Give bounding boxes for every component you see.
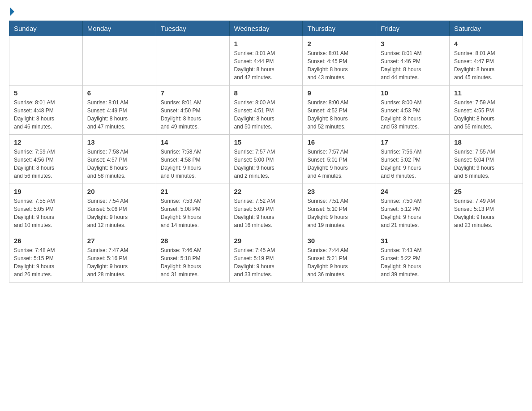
day-info: Sunrise: 7:45 AM Sunset: 5:19 PM Dayligh… [234,246,298,278]
calendar-cell [156,36,229,86]
day-number: 15 [234,138,298,146]
page-header [9,9,523,16]
day-number: 17 [381,138,445,146]
calendar-cell: 2Sunrise: 8:01 AM Sunset: 4:45 PM Daylig… [303,36,376,86]
logo-arrow-icon [10,7,14,16]
day-info: Sunrise: 8:01 AM Sunset: 4:50 PM Dayligh… [161,98,225,131]
calendar-week-row: 19Sunrise: 7:55 AM Sunset: 5:05 PM Dayli… [9,184,523,233]
day-number: 20 [87,188,151,195]
day-number: 25 [454,188,518,195]
day-info: Sunrise: 8:00 AM Sunset: 4:52 PM Dayligh… [307,98,371,131]
day-number: 14 [161,138,225,146]
day-number: 13 [87,138,151,146]
day-info: Sunrise: 7:55 AM Sunset: 5:04 PM Dayligh… [454,148,518,180]
calendar-cell: 31Sunrise: 7:43 AM Sunset: 5:22 PM Dayli… [376,233,450,283]
calendar-cell: 16Sunrise: 7:57 AM Sunset: 5:01 PM Dayli… [303,135,376,184]
day-info: Sunrise: 8:01 AM Sunset: 4:49 PM Dayligh… [87,98,151,131]
calendar-cell: 25Sunrise: 7:49 AM Sunset: 5:13 PM Dayli… [450,184,523,233]
day-info: Sunrise: 7:50 AM Sunset: 5:12 PM Dayligh… [381,197,445,229]
calendar-week-row: 12Sunrise: 7:59 AM Sunset: 4:56 PM Dayli… [9,135,523,184]
calendar-cell: 24Sunrise: 7:50 AM Sunset: 5:12 PM Dayli… [376,184,450,233]
day-info: Sunrise: 7:43 AM Sunset: 5:22 PM Dayligh… [381,246,445,278]
day-number: 23 [307,188,371,195]
day-number: 28 [161,237,225,244]
weekday-header-sunday: Sunday [9,21,83,36]
calendar-cell: 28Sunrise: 7:46 AM Sunset: 5:18 PM Dayli… [156,233,229,283]
day-info: Sunrise: 7:52 AM Sunset: 5:09 PM Dayligh… [234,197,298,229]
day-number: 1 [234,40,298,47]
day-number: 30 [307,237,371,244]
day-number: 5 [14,89,78,97]
day-info: Sunrise: 7:57 AM Sunset: 5:00 PM Dayligh… [234,148,298,180]
day-number: 26 [14,237,78,244]
weekday-header-wednesday: Wednesday [229,21,303,36]
day-info: Sunrise: 7:48 AM Sunset: 5:15 PM Dayligh… [14,246,78,278]
weekday-header-saturday: Saturday [450,21,523,36]
day-info: Sunrise: 7:54 AM Sunset: 5:06 PM Dayligh… [87,197,151,229]
day-number: 27 [87,237,151,244]
day-info: Sunrise: 8:00 AM Sunset: 4:53 PM Dayligh… [381,98,445,131]
calendar-table: SundayMondayTuesdayWednesdayThursdayFrid… [9,21,523,283]
day-info: Sunrise: 8:01 AM Sunset: 4:46 PM Dayligh… [381,49,445,81]
day-number: 31 [381,237,445,244]
day-info: Sunrise: 8:01 AM Sunset: 4:48 PM Dayligh… [14,98,78,131]
calendar-cell: 29Sunrise: 7:45 AM Sunset: 5:19 PM Dayli… [229,233,303,283]
calendar-cell [9,36,83,86]
day-info: Sunrise: 8:01 AM Sunset: 4:47 PM Dayligh… [454,49,518,81]
calendar-cell: 23Sunrise: 7:51 AM Sunset: 5:10 PM Dayli… [303,184,376,233]
day-number: 11 [454,89,518,97]
calendar-cell: 1Sunrise: 8:01 AM Sunset: 4:44 PM Daylig… [229,36,303,86]
calendar-cell: 11Sunrise: 7:59 AM Sunset: 4:55 PM Dayli… [450,86,523,135]
calendar-cell: 9Sunrise: 8:00 AM Sunset: 4:52 PM Daylig… [303,86,376,135]
day-info: Sunrise: 8:01 AM Sunset: 4:45 PM Dayligh… [307,49,371,81]
day-info: Sunrise: 7:58 AM Sunset: 4:58 PM Dayligh… [161,148,225,180]
day-number: 22 [234,188,298,195]
day-info: Sunrise: 7:46 AM Sunset: 5:18 PM Dayligh… [161,246,225,278]
day-info: Sunrise: 7:58 AM Sunset: 4:57 PM Dayligh… [87,148,151,180]
calendar-week-row: 26Sunrise: 7:48 AM Sunset: 5:15 PM Dayli… [9,233,523,283]
day-number: 18 [454,138,518,146]
weekday-header-row: SundayMondayTuesdayWednesdayThursdayFrid… [9,21,523,36]
calendar-cell [450,233,523,283]
day-info: Sunrise: 7:55 AM Sunset: 5:05 PM Dayligh… [14,197,78,229]
day-number: 7 [161,89,225,97]
day-info: Sunrise: 7:49 AM Sunset: 5:13 PM Dayligh… [454,197,518,229]
calendar-cell: 14Sunrise: 7:58 AM Sunset: 4:58 PM Dayli… [156,135,229,184]
day-number: 2 [307,40,371,47]
calendar-cell: 22Sunrise: 7:52 AM Sunset: 5:09 PM Dayli… [229,184,303,233]
calendar-cell: 20Sunrise: 7:54 AM Sunset: 5:06 PM Dayli… [82,184,156,233]
day-info: Sunrise: 7:53 AM Sunset: 5:08 PM Dayligh… [161,197,225,229]
day-info: Sunrise: 7:44 AM Sunset: 5:21 PM Dayligh… [307,246,371,278]
day-info: Sunrise: 8:01 AM Sunset: 4:44 PM Dayligh… [234,49,298,81]
day-number: 16 [307,138,371,146]
calendar-cell: 30Sunrise: 7:44 AM Sunset: 5:21 PM Dayli… [303,233,376,283]
weekday-header-monday: Monday [82,21,156,36]
calendar-cell: 5Sunrise: 8:01 AM Sunset: 4:48 PM Daylig… [9,86,83,135]
calendar-week-row: 1Sunrise: 8:01 AM Sunset: 4:44 PM Daylig… [9,36,523,86]
weekday-header-thursday: Thursday [303,21,376,36]
day-number: 10 [381,89,445,97]
day-number: 19 [14,188,78,195]
day-number: 8 [234,89,298,97]
day-info: Sunrise: 7:56 AM Sunset: 5:02 PM Dayligh… [381,148,445,180]
calendar-cell: 21Sunrise: 7:53 AM Sunset: 5:08 PM Dayli… [156,184,229,233]
calendar-cell: 13Sunrise: 7:58 AM Sunset: 4:57 PM Dayli… [82,135,156,184]
day-number: 6 [87,89,151,97]
day-info: Sunrise: 7:59 AM Sunset: 4:56 PM Dayligh… [14,148,78,180]
weekday-header-friday: Friday [376,21,450,36]
calendar-cell: 7Sunrise: 8:01 AM Sunset: 4:50 PM Daylig… [156,86,229,135]
calendar-cell: 18Sunrise: 7:55 AM Sunset: 5:04 PM Dayli… [450,135,523,184]
calendar-cell: 27Sunrise: 7:47 AM Sunset: 5:16 PM Dayli… [82,233,156,283]
calendar-cell: 15Sunrise: 7:57 AM Sunset: 5:00 PM Dayli… [229,135,303,184]
calendar-cell: 26Sunrise: 7:48 AM Sunset: 5:15 PM Dayli… [9,233,83,283]
day-number: 12 [14,138,78,146]
day-number: 21 [161,188,225,195]
day-number: 4 [454,40,518,47]
calendar-cell: 19Sunrise: 7:55 AM Sunset: 5:05 PM Dayli… [9,184,83,233]
day-info: Sunrise: 7:57 AM Sunset: 5:01 PM Dayligh… [307,148,371,180]
day-info: Sunrise: 7:59 AM Sunset: 4:55 PM Dayligh… [454,98,518,131]
logo [9,9,14,16]
day-info: Sunrise: 7:47 AM Sunset: 5:16 PM Dayligh… [87,246,151,278]
calendar-week-row: 5Sunrise: 8:01 AM Sunset: 4:48 PM Daylig… [9,86,523,135]
day-number: 29 [234,237,298,244]
